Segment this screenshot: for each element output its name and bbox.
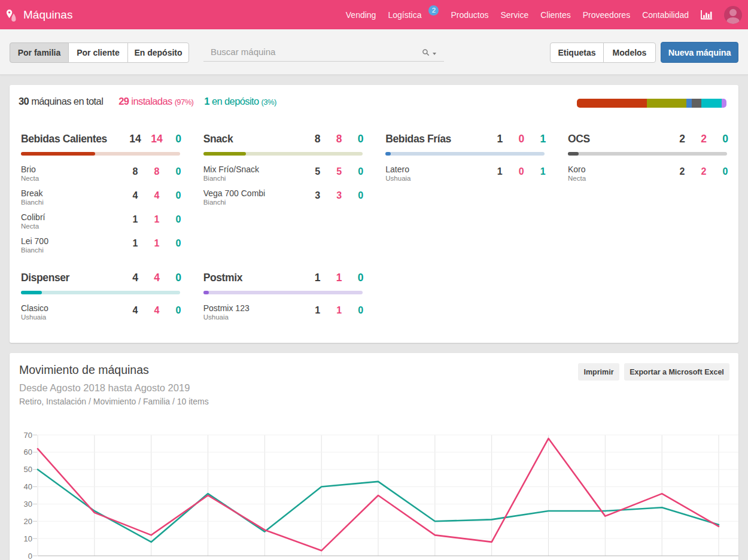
- count-total: 4: [124, 190, 146, 201]
- avatar-bust-shape: [726, 17, 740, 24]
- count-deposit: 0: [168, 238, 189, 249]
- count-installed: 0: [510, 132, 532, 146]
- family-header: Bebidas Calientes14140: [21, 132, 180, 146]
- machine-list: LateroUshuaia101: [385, 164, 545, 188]
- app-title: Máquinas: [23, 0, 72, 29]
- count-installed: 5: [329, 166, 350, 177]
- exportar-excel-button[interactable]: Exportar a Microsoft Excel: [624, 363, 729, 381]
- modelos-button[interactable]: Modelos: [603, 42, 656, 63]
- app-logo-pin-icon: [6, 8, 16, 22]
- machine-row[interactable]: ClasicoUshuaia440: [21, 303, 180, 327]
- count-installed: 0: [510, 166, 532, 177]
- movement-buttons: Imprimir Exportar a Microsoft Excel: [578, 363, 729, 381]
- distribution-segment: [722, 99, 726, 108]
- summary-total: 30 máquinas en total: [19, 96, 103, 106]
- machine-row[interactable]: KoroNecta220: [568, 164, 727, 188]
- nav-item-logistica[interactable]: Logística2: [388, 10, 439, 20]
- family-counts: 14140: [124, 132, 189, 146]
- count-installed: 4: [146, 190, 168, 201]
- tab-por-cliente[interactable]: Por cliente: [68, 42, 128, 63]
- count-total: 5: [307, 166, 329, 177]
- machine-row[interactable]: Mix Frío/SnackBianchi550: [203, 164, 363, 188]
- machine-list: ClasicoUshuaia440: [21, 303, 180, 327]
- machine-counts: 880: [124, 166, 189, 177]
- machine-row[interactable]: Lei 700Bianchi110: [21, 236, 180, 260]
- distribution-segment: [577, 99, 647, 108]
- nav-item-contabilidad[interactable]: Contabilidad: [642, 10, 689, 20]
- count-installed: 8: [329, 132, 350, 146]
- family-header: Postmix110: [203, 270, 363, 285]
- machine-counts: 220: [671, 166, 736, 177]
- family-header: Snack880: [203, 132, 363, 146]
- family-name: OCS: [568, 133, 590, 145]
- count-total: 4: [124, 270, 146, 285]
- family-header: Dispenser440: [21, 270, 180, 285]
- statistics-icon[interactable]: [701, 10, 712, 20]
- family-name: Snack: [203, 133, 233, 145]
- navbar: Máquinas VendingLogística2ProductosServi…: [0, 0, 748, 29]
- summary-deposit: 1 en depósito (3%): [204, 96, 276, 106]
- count-installed: 1: [146, 238, 168, 249]
- movement-meta: Retiro, Instalación / Movimiento / Famil…: [19, 397, 209, 406]
- etiquetas-button[interactable]: Etiquetas: [550, 42, 604, 63]
- count-deposit: 0: [714, 166, 736, 177]
- family-name: Bebidas Calientes: [21, 133, 107, 145]
- search-options-caret-icon[interactable]: [433, 53, 436, 55]
- summary-installed: 29 instaladas (97%): [118, 96, 193, 106]
- nav-item-productos[interactable]: Productos: [451, 10, 488, 20]
- count-installed: 2: [693, 166, 714, 177]
- nav-item-vending[interactable]: Vending: [346, 10, 376, 20]
- movement-title: Movimiento de máquinas: [19, 363, 149, 377]
- machine-counts: 440: [124, 190, 189, 201]
- y-axis-label: 30: [24, 500, 32, 509]
- search-input[interactable]: [203, 43, 407, 60]
- count-installed: 1: [329, 305, 350, 316]
- family-counts: 880: [307, 132, 372, 146]
- family-header: OCS220: [568, 132, 727, 146]
- machine-row[interactable]: Postmix 123Ushuaia110: [203, 303, 363, 327]
- machine-counts: 101: [489, 166, 554, 177]
- machine-row[interactable]: LateroUshuaia101: [385, 164, 545, 188]
- count-deposit: 0: [168, 166, 189, 177]
- machines-summary-card: 30 máquinas en total29 instaladas (97%)1…: [10, 85, 738, 343]
- machine-counts: 110: [124, 214, 189, 225]
- nav-item-proveedores[interactable]: Proveedores: [583, 10, 630, 20]
- y-axis-label: 40: [24, 482, 32, 491]
- count-deposit: 0: [350, 270, 372, 285]
- user-avatar[interactable]: [724, 6, 742, 24]
- y-axis-label: 70: [24, 431, 32, 440]
- nueva-maquina-button[interactable]: Nueva máquina: [661, 42, 738, 63]
- family-name: Postmix: [203, 272, 242, 284]
- nav-item-service[interactable]: Service: [500, 10, 528, 20]
- machine-row[interactable]: Vega 700 CombiBianchi330: [203, 188, 363, 212]
- count-total: 8: [124, 166, 146, 177]
- machine-row[interactable]: BreakBianchi440: [21, 188, 180, 212]
- count-total: 1: [489, 132, 510, 146]
- family-card: Postmix110Postmix 123Ushuaia110: [203, 270, 363, 285]
- nav-item-clientes[interactable]: Clientes: [540, 10, 571, 20]
- count-deposit: 0: [168, 214, 189, 225]
- machine-row[interactable]: BrioNecta880: [21, 164, 180, 188]
- count-total: 14: [124, 132, 146, 146]
- count-installed: 2: [693, 132, 714, 146]
- machine-counts: 550: [307, 166, 372, 177]
- imprimir-button[interactable]: Imprimir: [578, 363, 619, 381]
- family-name: Bebidas Frías: [385, 133, 451, 145]
- machine-row[interactable]: ColibríNecta110: [21, 212, 180, 236]
- count-total: 3: [307, 190, 329, 201]
- family-progress-bar: [568, 152, 727, 156]
- count-installed: 1: [329, 270, 350, 285]
- machine-list: Postmix 123Ushuaia110: [203, 303, 363, 327]
- count-deposit: 0: [350, 190, 372, 201]
- count-deposit: 0: [350, 305, 372, 316]
- y-axis-label: 60: [24, 448, 32, 456]
- count-total: 2: [671, 166, 693, 177]
- family-counts: 440: [124, 270, 189, 285]
- count-installed: 3: [329, 190, 350, 201]
- tab-por-familia[interactable]: Por familia: [10, 42, 69, 63]
- secondary-buttons: Etiquetas Modelos: [550, 42, 656, 63]
- search-box: [203, 42, 444, 62]
- distribution-segment: [701, 99, 721, 108]
- tab-en-deposito[interactable]: En depósito: [127, 42, 189, 63]
- search-icon[interactable]: [422, 49, 430, 56]
